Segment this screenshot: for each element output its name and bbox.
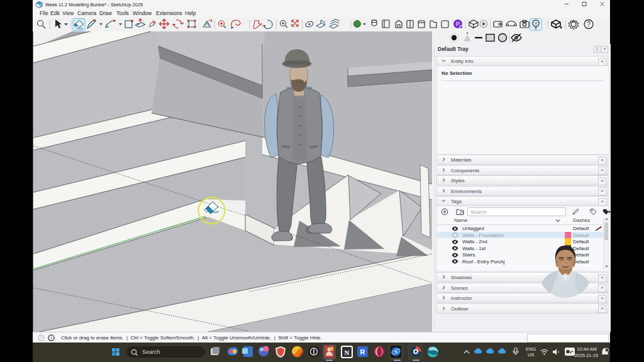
svg-text:R: R [360, 348, 365, 356]
svg-text:i: i [51, 335, 52, 341]
svg-text:10:44 AM: 10:44 AM [577, 346, 597, 352]
svg-text:Y: Y [535, 21, 538, 26]
svg-text:US: US [528, 352, 534, 358]
svg-text:P: P [456, 21, 460, 27]
svg-text:?: ? [40, 336, 43, 340]
svg-text:2025-11-19: 2025-11-19 [574, 353, 598, 358]
svg-text:ENG: ENG [526, 346, 536, 352]
svg-text:?: ? [587, 21, 591, 28]
svg-text:N: N [345, 349, 350, 356]
svg-text:Search: Search [142, 349, 160, 355]
